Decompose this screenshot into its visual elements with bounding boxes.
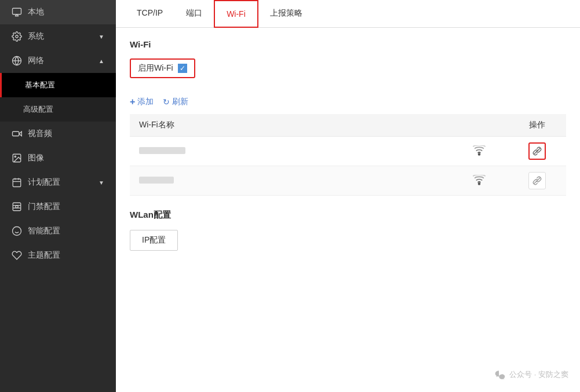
svg-line-21 [534,148,541,155]
wifi-enable-label: 启用Wi-Fi [138,63,173,74]
sidebar-label-theme: 主题配置 [28,250,60,261]
refresh-icon: ↻ [163,97,170,107]
wifi-enable-checkbox[interactable]: ✓ [178,64,187,73]
wifi-signal-icon-2 [473,175,486,185]
sidebar-label-network: 网络 [28,56,44,66]
wlan-section: WLan配置 IP配置 [130,210,566,251]
wifi-name-cell-2 [130,166,450,196]
connect-button-2[interactable] [528,172,546,189]
sidebar-label-advanced-config: 高级配置 [23,104,53,115]
wifi-ops-cell-2 [508,166,566,196]
wechat-icon [494,369,506,380]
main-content: TCP/IP 端口 Wi-Fi 上报策略 Wi-Fi 启用Wi-Fi ✓ + 添… [116,0,580,392]
refresh-wifi-button[interactable]: ↻ 刷新 [163,97,188,107]
sidebar-item-local[interactable]: 本地 [0,0,116,24]
watermark-text: 公众号 · 安防之窦 [509,369,568,380]
sidebar-label-local: 本地 [28,7,44,17]
sidebar-label-basic-config: 基本配置 [25,80,55,90]
col-ops: 操作 [508,114,566,137]
sidebar-label-plan: 计划配置 [28,177,60,188]
svg-point-2 [16,35,19,38]
sidebar-item-system[interactable]: 系统 ▼ [0,24,116,49]
network-arrow: ▲ [99,58,104,64]
plus-icon: + [130,97,135,107]
wifi-signal-cell [450,137,508,166]
tab-tcpip[interactable]: TCP/IP [125,0,174,28]
wifi-signal-icon [473,145,486,156]
system-arrow: ▼ [99,34,104,40]
sidebar-item-smart[interactable]: 智能配置 [0,219,116,243]
tab-bar: TCP/IP 端口 Wi-Fi 上报策略 [116,0,580,28]
svg-point-20 [479,153,480,155]
link-icon-1 [532,146,542,156]
sidebar-label-video: 视音频 [28,129,52,139]
sidebar-item-image[interactable]: 图像 [0,146,116,170]
table-header-row: Wi-Fi名称 操作 [130,114,566,137]
sidebar-item-plan[interactable]: 计划配置 ▼ [0,170,116,195]
wifi-signal-cell-2 [450,166,508,196]
svg-rect-13 [13,203,21,211]
tab-report[interactable]: 上报策略 [258,0,314,28]
wifi-ops-cell-1 [508,137,566,166]
wifi-name-cell [130,137,450,166]
sidebar-item-network[interactable]: 网络 ▲ [0,49,116,73]
wlan-title: WLan配置 [130,210,566,221]
sidebar-item-door[interactable]: 门禁配置 [0,195,116,219]
sidebar-item-advanced-config[interactable]: 高级配置 [0,97,116,122]
sidebar-sub-network: 基本配置 高级配置 [0,73,116,122]
add-wifi-button[interactable]: + 添加 [130,97,154,107]
sidebar-label-image: 图像 [28,153,44,163]
plan-arrow: ▼ [99,179,104,186]
sidebar-label-smart: 智能配置 [28,226,60,236]
svg-rect-0 [13,8,21,14]
sidebar-item-theme[interactable]: 主题配置 [0,243,116,268]
wifi-section-title: Wi-Fi [130,39,566,49]
col-wifi-name: Wi-Fi名称 [130,114,450,137]
tab-port[interactable]: 端口 [174,0,214,28]
watermark: 公众号 · 安防之窦 [494,369,568,380]
sidebar-label-door: 门禁配置 [28,202,60,212]
table-row [130,166,566,196]
svg-point-8 [14,156,16,157]
svg-point-17 [13,227,21,236]
table-row [130,137,566,166]
wifi-table: Wi-Fi名称 操作 [130,114,566,196]
sidebar-label-system: 系统 [28,31,44,42]
wifi-enable-container: 启用Wi-Fi ✓ [130,58,566,87]
wifi-enable-row: 启用Wi-Fi ✓ [130,58,195,78]
sidebar-item-basic-config[interactable]: 基本配置 [0,73,116,97]
col-signal [450,114,508,137]
svg-rect-9 [13,179,21,187]
wifi-toolbar: + 添加 ↻ 刷新 [130,97,566,107]
connect-button-1[interactable] [528,142,546,160]
svg-line-23 [534,178,541,184]
svg-point-22 [479,183,480,185]
link-icon-2 [532,176,542,185]
ip-config-button[interactable]: IP配置 [130,230,178,251]
content-area: Wi-Fi 启用Wi-Fi ✓ + 添加 ↻ 刷新 Wi-Fi名称 [116,28,580,392]
svg-marker-6 [19,131,22,136]
sidebar-item-video[interactable]: 视音频 [0,122,116,146]
tab-wifi[interactable]: Wi-Fi [214,0,258,28]
svg-rect-5 [13,131,19,136]
sidebar: 本地 系统 ▼ 网络 ▲ 基本配置 高级配置 视音频 图像 计划配置 ▼ 门禁 [0,0,116,392]
